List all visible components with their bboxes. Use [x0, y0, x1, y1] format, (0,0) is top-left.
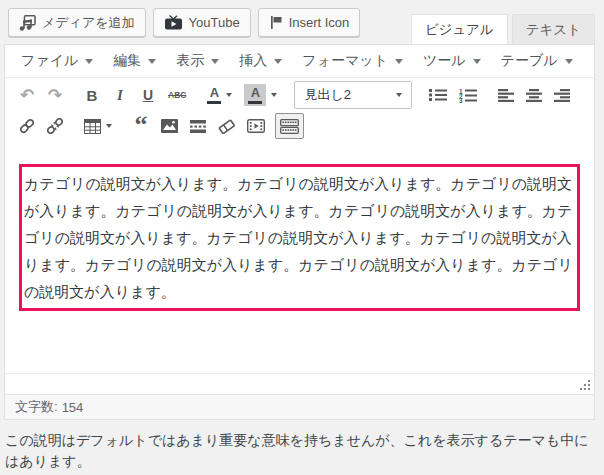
read-more-icon	[190, 120, 206, 133]
svg-text:3: 3	[459, 97, 463, 103]
format-select-value: 見出し2	[304, 86, 351, 104]
editor-mode-tabs: ビジュアル テキスト	[411, 14, 595, 44]
align-left-button[interactable]	[493, 82, 519, 108]
undo-icon: ↶	[20, 87, 34, 104]
word-count-value: 154	[62, 400, 84, 415]
menu-table-label: テーブル	[501, 52, 558, 70]
insert-icon-button[interactable]: Insert Icon	[258, 8, 361, 37]
underline-icon: U	[143, 88, 153, 102]
text-color-button[interactable]: A	[202, 82, 237, 108]
chevron-down-icon	[565, 59, 573, 64]
redo-button[interactable]: ↷	[42, 82, 68, 108]
menu-table[interactable]: テーブル	[491, 47, 583, 75]
undo-button[interactable]: ↶	[14, 82, 40, 108]
insert-icon-label: Insert Icon	[289, 15, 350, 30]
add-media-button[interactable]: メディアを追加	[8, 8, 146, 37]
flag-icon	[269, 15, 283, 30]
bullet-list-icon	[429, 88, 447, 102]
toolbar-row-1: ↶ ↷ B I U ABC A A 見出し2	[5, 78, 594, 111]
background-color-icon: A	[244, 84, 266, 106]
bold-icon: B	[87, 88, 98, 103]
youtube-button[interactable]: YouTube	[153, 8, 251, 37]
table-icon	[84, 119, 101, 134]
align-left-icon	[498, 89, 514, 102]
chevron-down-icon	[473, 59, 481, 64]
menu-insert-label: 挿入	[239, 52, 267, 70]
blockquote-icon: “	[135, 120, 148, 132]
word-count-bar: 文字数: 154	[5, 394, 594, 419]
chevron-down-icon	[106, 124, 112, 128]
chevron-down-icon	[85, 59, 93, 64]
add-media-icon	[19, 15, 36, 31]
chevron-down-icon	[148, 59, 156, 64]
menu-edit-label: 編集	[113, 52, 141, 70]
youtube-label: YouTube	[189, 15, 240, 30]
italic-button[interactable]: I	[107, 82, 133, 108]
category-description-paragraph[interactable]: カテゴリの説明文が入ります。カテゴリの説明文が入ります。カテゴリの説明文が入りま…	[19, 164, 580, 311]
statusbar	[5, 373, 594, 394]
menu-tools-label: ツール	[423, 52, 466, 70]
numbered-list-button[interactable]: 123	[454, 82, 482, 108]
numbered-list-icon: 123	[459, 88, 477, 103]
strikethrough-icon: ABC	[168, 91, 186, 100]
chevron-down-icon	[274, 59, 282, 64]
editable-content-area[interactable]: カテゴリの説明文が入ります。カテゴリの説明文が入ります。カテゴリの説明文が入りま…	[5, 145, 594, 373]
menu-tools[interactable]: ツール	[413, 47, 491, 75]
link-button[interactable]	[14, 113, 40, 139]
insert-video-button[interactable]	[242, 113, 270, 139]
link-icon	[19, 118, 35, 134]
format-select[interactable]: 見出し2	[294, 81, 412, 109]
insert-image-button[interactable]	[156, 113, 183, 139]
description-help-text: この説明はデフォルトではあまり重要な意味を持ちませんが、これを表示するテーマも中…	[5, 430, 598, 472]
align-center-button[interactable]	[521, 82, 547, 108]
editor-top-bar: メディアを追加 YouTube Insert Icon ビジュアル テキスト	[0, 0, 604, 44]
menu-edit[interactable]: 編集	[103, 47, 166, 75]
tab-visual[interactable]: ビジュアル	[411, 14, 508, 44]
text-color-icon: A	[207, 86, 221, 104]
tinymce-editor: ファイル 編集 表示 挿入 フォーマット ツール テーブル ↶ ↷ B I U …	[4, 44, 595, 420]
bold-button[interactable]: B	[79, 82, 105, 108]
tab-text[interactable]: テキスト	[512, 14, 595, 44]
chevron-down-icon	[211, 59, 219, 64]
table-button[interactable]	[79, 113, 117, 139]
chevron-down-icon	[226, 93, 232, 97]
background-color-button[interactable]: A	[239, 82, 282, 108]
align-center-icon	[526, 89, 542, 102]
menu-view[interactable]: 表示	[166, 47, 229, 75]
read-more-button[interactable]	[185, 113, 211, 139]
word-count-label: 文字数:	[15, 398, 58, 416]
resize-grip-icon	[578, 379, 591, 392]
video-icon	[247, 119, 265, 133]
keyboard-icon	[280, 119, 299, 134]
media-buttons: メディアを追加 YouTube Insert Icon	[8, 8, 360, 37]
menu-insert[interactable]: 挿入	[229, 47, 292, 75]
align-right-icon	[554, 89, 570, 102]
align-right-button[interactable]	[549, 82, 575, 108]
redo-icon: ↷	[48, 87, 62, 104]
blockquote-button[interactable]: “	[128, 113, 154, 139]
menu-file[interactable]: ファイル	[11, 47, 103, 75]
add-media-label: メディアを追加	[42, 14, 135, 32]
remove-format-button[interactable]	[213, 113, 240, 139]
underline-button[interactable]: U	[135, 82, 161, 108]
chevron-down-icon	[396, 93, 402, 97]
italic-icon: I	[117, 88, 123, 103]
unlink-button[interactable]	[42, 113, 68, 139]
youtube-icon	[164, 15, 183, 30]
menu-file-label: ファイル	[21, 52, 78, 70]
menu-format[interactable]: フォーマット	[292, 47, 413, 75]
menu-format-label: フォーマット	[302, 52, 388, 70]
toolbar-toggle-button[interactable]	[275, 113, 304, 139]
image-icon	[161, 119, 178, 133]
menu-view-label: 表示	[176, 52, 204, 70]
chevron-down-icon	[271, 93, 277, 97]
resize-handle[interactable]	[578, 379, 591, 392]
menubar: ファイル 編集 表示 挿入 フォーマット ツール テーブル	[5, 45, 594, 78]
toolbar-row-2: “	[5, 111, 594, 145]
eraser-icon	[218, 119, 235, 134]
strikethrough-button[interactable]: ABC	[163, 82, 191, 108]
bullet-list-button[interactable]	[424, 82, 452, 108]
unlink-icon	[47, 118, 63, 134]
chevron-down-icon	[395, 59, 403, 64]
